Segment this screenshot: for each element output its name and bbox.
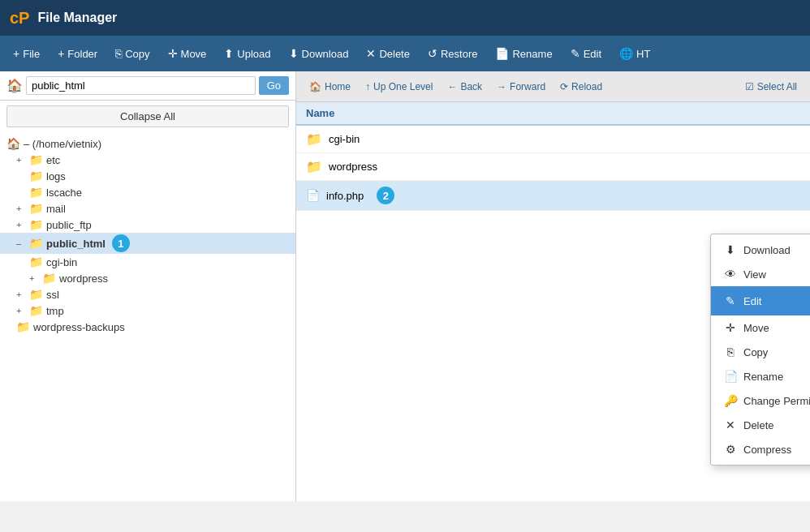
tree-item-wordpress-child[interactable]: + 📁 wordpress [0,270,295,286]
download-button[interactable]: ⬇Download [281,43,357,64]
folder-wordpress-child-icon: 📁 [42,272,56,285]
file-name-cgi-bin: cgi-bin [329,133,360,145]
ht-icon: 🌐 [619,47,633,60]
reload-icon: ⟳ [560,81,568,92]
select-all-button[interactable]: ☑ Select All [739,78,804,96]
folder-cgi-bin-icon: 📁 [306,131,322,147]
ctx-change-permissions[interactable]: 🔑 Change Permissions [711,388,810,413]
file-list-header: Name [296,102,810,126]
reload-button[interactable]: ⟳ Reload [554,78,609,96]
ctx-compress[interactable]: ⚙ Compress [711,437,810,461]
plus-folder-icon: + [58,47,64,60]
tree-label-cgi-bin-child: cgi-bin [46,256,77,268]
content-navbar: 🏠 Home ↑ Up One Level ← Back → Forward ⟳… [296,71,810,102]
up-icon: ↑ [365,81,370,92]
toggle-wordpress-child: + [29,273,39,283]
tree-item-root[interactable]: 🏠 – (/home/vietnix) [0,135,295,152]
ctx-copy[interactable]: ⎘ Copy [711,340,810,364]
ctx-move[interactable]: ✛ Move [711,315,810,340]
tree-item-public-html[interactable]: – 📁 public_html 1 [0,233,295,254]
toggle-ssl: + [16,290,26,299]
folder-public-ftp-icon: 📁 [29,218,43,231]
tree-label-wordpress-child: wordpress [59,272,108,285]
rename-button[interactable]: 📄Rename [487,43,560,64]
file-button[interactable]: +File [5,43,48,64]
restore-icon: ↺ [428,47,437,60]
content-area: 🏠 Home ↑ Up One Level ← Back → Forward ⟳… [296,71,810,501]
sidebar: 🏠 Go Collapse All 🏠 – (/home/vietnix) + … [0,71,296,501]
delete-button[interactable]: ✕Delete [358,43,418,64]
download-icon: ⬇ [289,47,299,60]
ctx-move-icon: ✛ [724,321,737,334]
rename-icon: 📄 [495,47,509,60]
tree-label-public-html: public_html [46,238,106,250]
upload-button[interactable]: ⬆Upload [216,43,278,64]
move-icon: ✛ [168,47,178,60]
tree-item-mail[interactable]: + 📁 mail [0,200,295,217]
ht-button[interactable]: 🌐HT [611,43,658,64]
tree-label-ssl: ssl [46,289,59,301]
ctx-edit-icon: ✎ [724,294,737,307]
tree-label-wordpress-backups: wordpress-backups [33,321,125,333]
main-layout: 🏠 Go Collapse All 🏠 – (/home/vietnix) + … [0,71,810,501]
file-row-info-php[interactable]: 📄 info.php 2 [296,181,810,211]
tree-item-tmp[interactable]: + 📁 tmp [0,302,295,319]
app-title: File Manager [37,11,117,25]
ctx-rename[interactable]: 📄 Rename [711,364,810,388]
upload-icon: ⬆ [224,47,234,60]
folder-button[interactable]: +Folder [50,43,106,64]
ctx-copy-icon: ⎘ [724,345,737,358]
move-button[interactable]: ✛Move [160,43,215,64]
tree-label-root: – (/home/vietnix) [24,138,101,150]
forward-button[interactable]: → Forward [490,78,552,96]
home-path-icon[interactable]: 🏠 [6,78,23,93]
tree-item-public-ftp[interactable]: + 📁 public_ftp [0,217,295,233]
tree-label-public-ftp: public_ftp [46,219,92,231]
tree-label-tmp: tmp [46,305,64,317]
tree-item-etc[interactable]: + 📁 etc [0,152,295,168]
home-nav-button[interactable]: 🏠 Home [303,78,357,96]
tree-item-cgi-bin-child[interactable]: 📁 cgi-bin [0,254,295,270]
folder-etc-icon: 📁 [29,153,43,166]
folder-mail-icon: 📁 [29,202,43,215]
tree-label-lscache: lscache [46,187,82,199]
folder-public-html-icon: 📁 [29,237,43,250]
header: cP File Manager [0,0,810,36]
path-input[interactable] [26,76,256,95]
logo-icon: cP [10,9,29,28]
file-tree: 🏠 – (/home/vietnix) + 📁 etc 📁 logs 📁 lsc… [0,132,295,501]
tree-item-wordpress-backups[interactable]: 📁 wordpress-backups [0,319,295,335]
ctx-view[interactable]: 👁 View [711,262,810,286]
go-button[interactable]: Go [259,76,289,95]
file-row-wordpress[interactable]: 📁 wordpress [296,153,810,181]
ctx-permissions-icon: 🔑 [724,394,737,407]
file-row-cgi-bin[interactable]: 📁 cgi-bin [296,126,810,153]
toggle-public-html: – [16,238,26,248]
toggle-public-ftp: + [16,220,26,230]
copy-button[interactable]: ⎘Copy [107,43,157,64]
restore-button[interactable]: ↺Restore [420,43,486,64]
sidebar-path-bar: 🏠 Go [0,71,295,101]
collapse-all-button[interactable]: Collapse All [6,105,289,127]
tree-item-lscache[interactable]: 📁 lscache [0,184,295,200]
up-one-level-button[interactable]: ↑ Up One Level [359,78,439,96]
php-file-icon: 📄 [306,189,320,202]
edit-button[interactable]: ✎Edit [562,43,610,64]
copy-icon: ⎘ [115,47,122,60]
tree-item-logs[interactable]: 📁 logs [0,168,295,184]
folder-logs-icon: 📁 [29,169,43,182]
folder-cgi-bin-child-icon: 📁 [29,255,43,268]
tree-label-etc: etc [46,154,60,166]
edit-icon: ✎ [571,47,580,60]
folder-ssl-icon: 📁 [29,288,43,301]
badge-2: 2 [377,187,394,204]
back-button[interactable]: ← Back [441,78,489,96]
tree-label-logs: logs [46,170,66,182]
ctx-delete-icon: ✕ [724,418,737,431]
ctx-download[interactable]: ⬇ Download [711,238,810,262]
ctx-compress-icon: ⚙ [724,443,737,456]
tree-item-ssl[interactable]: + 📁 ssl [0,286,295,302]
folder-tmp-icon: 📁 [29,304,43,317]
ctx-delete[interactable]: ✕ Delete [711,413,810,437]
ctx-edit[interactable]: ✎ Edit 3 [711,286,810,315]
